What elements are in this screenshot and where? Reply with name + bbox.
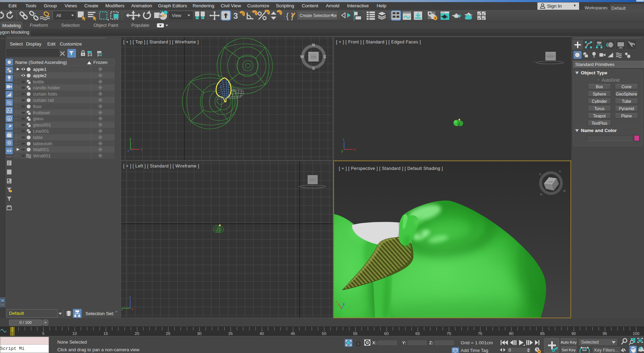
svg-text:90: 90 xyxy=(571,331,576,336)
svg-text:20: 20 xyxy=(135,331,139,336)
svg-text:y: y xyxy=(129,137,131,141)
svg-text:95: 95 xyxy=(603,331,607,336)
svg-text:60: 60 xyxy=(384,331,389,336)
svg-text:{: { xyxy=(286,11,288,20)
svg-text:W: W xyxy=(300,55,304,59)
svg-text:FRONT: FRONT xyxy=(546,55,555,58)
svg-text:z: z xyxy=(129,295,131,299)
svg-text:LEFT: LEFT xyxy=(309,179,316,181)
svg-text:0: 0 xyxy=(11,331,13,336)
svg-text:y: y xyxy=(341,149,343,153)
svg-text:z: z xyxy=(127,149,129,153)
svg-text:View: View xyxy=(172,13,182,18)
svg-text:35: 35 xyxy=(228,331,233,336)
svg-text:70: 70 xyxy=(447,331,451,336)
svg-text:100: 100 xyxy=(633,331,639,336)
svg-text:x: x xyxy=(141,148,142,151)
svg-text:65: 65 xyxy=(416,331,420,336)
svg-text:z: z xyxy=(343,138,344,141)
svg-text:55: 55 xyxy=(353,331,358,336)
svg-text:25: 25 xyxy=(166,331,170,336)
svg-text:10: 10 xyxy=(72,331,77,336)
svg-text:x: x xyxy=(132,307,133,311)
svg-text:3: 3 xyxy=(233,11,238,20)
svg-text:50: 50 xyxy=(322,331,326,336)
svg-text:TOP: TOP xyxy=(311,56,316,59)
svg-text:y: y xyxy=(122,306,123,310)
svg-text:N: N xyxy=(312,43,315,47)
svg-text:All: All xyxy=(56,13,61,18)
svg-text:15: 15 xyxy=(103,331,108,336)
svg-text:75: 75 xyxy=(478,331,482,336)
svg-text:x: x xyxy=(354,148,356,151)
svg-text:80: 80 xyxy=(509,331,513,336)
svg-text:40: 40 xyxy=(259,331,264,336)
svg-text:E: E xyxy=(324,55,326,59)
svg-text:45: 45 xyxy=(291,331,295,336)
svg-text:S: S xyxy=(312,66,315,71)
svg-text:5: 5 xyxy=(42,331,44,336)
svg-text:Create Selection Se: Create Selection Se xyxy=(300,13,337,18)
svg-text:30: 30 xyxy=(197,331,202,336)
svg-text:85: 85 xyxy=(540,331,545,336)
